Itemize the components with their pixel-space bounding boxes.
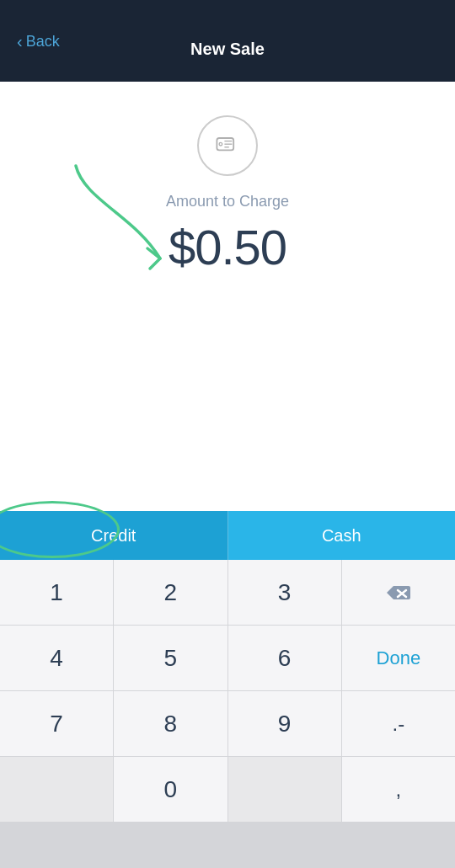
cash-tab[interactable]: Cash	[228, 511, 456, 560]
key-comma-label: ,	[396, 778, 402, 801]
cash-label: Cash	[322, 526, 361, 546]
amount-value: $0.50	[169, 219, 286, 275]
key-2[interactable]: 2	[114, 560, 227, 625]
amount-label: Amount to Charge	[166, 193, 289, 210]
credit-label: Credit	[91, 526, 136, 546]
key-6-label: 6	[278, 645, 292, 672]
key-9[interactable]: 9	[228, 691, 341, 756]
credit-tab[interactable]: Credit	[0, 511, 228, 560]
chevron-left-icon: ‹	[17, 31, 23, 51]
key-comma[interactable]: ,	[342, 757, 455, 822]
key-decimal[interactable]: .-	[342, 691, 455, 756]
keypad: 1 2 3 4 5 6 Done 7 8 9 .-	[0, 560, 455, 868]
key-3[interactable]: 3	[228, 560, 341, 625]
key-9-label: 9	[278, 711, 292, 738]
key-2-label: 2	[164, 579, 178, 606]
key-6[interactable]: 6	[228, 626, 341, 690]
price-tag-icon	[212, 130, 243, 161]
back-button[interactable]: ‹ Back	[17, 31, 60, 51]
main-content: Amount to Charge $0.50	[0, 82, 455, 511]
key-4-label: 4	[50, 645, 63, 672]
key-3-label: 3	[278, 579, 292, 606]
money-icon	[197, 115, 258, 176]
key-4[interactable]: 4	[0, 626, 113, 690]
key-8-label: 8	[164, 711, 178, 738]
key-empty-right	[228, 757, 341, 822]
key-8[interactable]: 8	[114, 691, 227, 756]
app-header: ‹ Back New Sale	[0, 0, 455, 82]
key-0[interactable]: 0	[114, 757, 227, 822]
key-5-label: 5	[164, 645, 178, 672]
key-7-label: 7	[50, 711, 63, 738]
key-1-label: 1	[50, 579, 63, 606]
key-7[interactable]: 7	[0, 691, 113, 756]
key-empty-left	[0, 757, 113, 822]
key-done[interactable]: Done	[342, 626, 455, 690]
payment-selector: Credit Cash	[0, 511, 455, 560]
key-0-label: 0	[164, 776, 178, 803]
key-decimal-label: .-	[393, 712, 405, 736]
key-done-label: Done	[377, 647, 421, 669]
back-label: Back	[26, 32, 60, 50]
svg-point-1	[219, 142, 222, 146]
backspace-icon	[385, 583, 412, 603]
page-title: New Sale	[190, 40, 265, 59]
key-5[interactable]: 5	[114, 626, 227, 690]
key-1[interactable]: 1	[0, 560, 113, 625]
key-delete[interactable]	[342, 560, 455, 625]
